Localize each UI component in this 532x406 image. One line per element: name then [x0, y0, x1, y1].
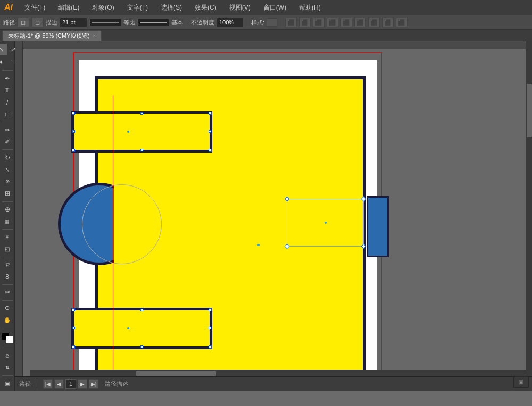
hand-icon: ✋: [4, 317, 11, 324]
style-swatch[interactable]: [267, 18, 277, 27]
align-top-btn[interactable]: ⬛: [313, 18, 325, 27]
dist-h-btn[interactable]: ⬛: [368, 18, 380, 27]
v-scroll-thumb[interactable]: [527, 84, 532, 137]
artboard-container: [68, 52, 387, 391]
blend-btn[interactable]: 8: [2, 272, 13, 283]
menu-view[interactable]: 视图(V): [226, 2, 254, 13]
v-scrollbar[interactable]: [526, 41, 532, 376]
menu-select[interactable]: 选择(S): [157, 2, 185, 13]
menu-window[interactable]: 窗口(W): [260, 2, 289, 13]
hand-btn[interactable]: ✋: [2, 315, 13, 326]
align-left-btn[interactable]: ⬛: [285, 18, 297, 27]
bot-bar-center-dot: [127, 327, 129, 329]
symbol-btn[interactable]: ⊕: [2, 204, 13, 215]
line-tool-btn[interactable]: /: [2, 97, 13, 108]
eyedropper-icon: 𝓟: [5, 261, 9, 268]
gradient-btn[interactable]: ◱: [2, 243, 13, 255]
tool-sep4: [2, 201, 13, 202]
pen-icon: ✒: [4, 74, 10, 82]
stroke-basic-preview: [137, 19, 169, 26]
bottom-horizontal-bar[interactable]: [71, 308, 212, 349]
scale-btn[interactable]: ⤡: [2, 164, 13, 175]
status-detail: 路径描述: [105, 380, 128, 388]
artboard-mini[interactable]: ▣: [513, 376, 529, 388]
next-page-btn[interactable]: ▶: [78, 379, 87, 389]
canvas-area[interactable]: 路径 |◀ ◀ 1 ▶ ▶| 路径描述 ▣: [15, 41, 532, 391]
warp-btn[interactable]: ⊛: [2, 176, 13, 188]
last-page-btn[interactable]: ▶|: [89, 379, 98, 389]
stroke-basic-label: 基本: [171, 19, 183, 27]
top-horizontal-bar[interactable]: [71, 111, 212, 153]
scissors-btn[interactable]: ✂: [2, 287, 13, 298]
menu-object[interactable]: 对象(O): [89, 2, 117, 13]
rotate-icon: ↻: [5, 154, 10, 162]
selection-tool-btn[interactable]: ↖: [0, 44, 7, 55]
stroke-icon-btn1[interactable]: ◻: [17, 18, 29, 27]
small-sel-center: [325, 222, 327, 224]
background-color[interactable]: [6, 336, 13, 343]
align-center-btn[interactable]: ⬛: [299, 18, 311, 27]
menu-edit[interactable]: 编辑(E): [55, 2, 82, 13]
stroke-label: 描边: [46, 19, 57, 27]
menu-help[interactable]: 帮助(H): [296, 2, 324, 13]
sel-handle-br: [209, 149, 212, 152]
h-scrollbar[interactable]: [30, 370, 532, 376]
dist-eq-btn[interactable]: ⬛: [396, 18, 408, 27]
zoom-btn[interactable]: ⊕: [2, 303, 13, 314]
artboard[interactable]: [79, 60, 377, 391]
paintbrush-icon: ✏: [5, 126, 10, 134]
tool-sep8: [2, 300, 13, 301]
status-info-label: 路径: [19, 380, 31, 388]
stroke-size-input[interactable]: [60, 18, 87, 27]
artboard-btn[interactable]: ▣: [2, 378, 13, 389]
text-tool-btn[interactable]: T: [2, 85, 13, 96]
text-t-icon: T: [5, 86, 10, 94]
dist-v-btn[interactable]: ⬛: [382, 18, 394, 27]
status-div1: [37, 379, 37, 390]
pen-tool-btn[interactable]: ✒: [2, 73, 13, 84]
gradient-icon: ◱: [5, 246, 10, 252]
small-selection-rect: [287, 199, 364, 247]
free-transform-btn[interactable]: ⊞: [2, 188, 13, 199]
magic-wand-btn[interactable]: ✦: [0, 56, 7, 68]
swap-colors-btn[interactable]: ⇅: [2, 362, 13, 374]
bot-sel-handle-tr: [209, 308, 212, 311]
align-bottom-btn[interactable]: ⬛: [354, 18, 366, 27]
paintbrush-btn[interactable]: ✏: [2, 124, 13, 136]
main-center-dot: [257, 244, 260, 246]
tab-close-btn[interactable]: ×: [93, 33, 96, 39]
align-middle-btn[interactable]: ⬛: [340, 18, 352, 27]
mesh-btn[interactable]: #: [2, 232, 13, 243]
eyedropper-btn[interactable]: 𝓟: [2, 259, 13, 270]
opacity-label: 不透明度: [191, 19, 214, 27]
v-ruler: [15, 41, 23, 391]
rotate-btn[interactable]: ↻: [2, 152, 13, 163]
bot-sel-handle-tm: [140, 309, 143, 311]
sel-handle-rm: [209, 130, 211, 133]
small-sel-bl: [285, 244, 290, 249]
opacity-input[interactable]: [217, 18, 243, 27]
artboard-mini-icon: ▣: [519, 379, 523, 385]
magic-wand-icon: ✦: [0, 58, 4, 66]
right-blue-rect[interactable]: [367, 196, 389, 257]
stroke-preview: [89, 19, 121, 26]
tool-sep5: [2, 229, 13, 230]
menu-type[interactable]: 文字(T): [124, 2, 151, 13]
zoom-icon: ⊕: [5, 304, 10, 311]
menu-file[interactable]: 文件(F): [21, 2, 48, 13]
document-tab[interactable]: 未标题-1* @ 59% (CMYK/预览) ×: [2, 30, 102, 41]
color-selector[interactable]: [2, 333, 13, 344]
fill-none-btn[interactable]: ⊘: [2, 350, 13, 361]
stroke-icon-btn2[interactable]: ◻: [31, 18, 44, 27]
h-scroll-thumb[interactable]: [136, 371, 216, 376]
shape-tool-btn[interactable]: □: [2, 109, 13, 120]
menu-effect[interactable]: 效果(C): [192, 2, 220, 13]
graph-btn[interactable]: ▦: [2, 216, 13, 227]
prev-page-btn[interactable]: ◀: [54, 379, 64, 389]
first-page-btn[interactable]: |◀: [43, 379, 53, 389]
left-toolbar: ↖ ↗ ✦ ⌒ ✒ T / □ ✏: [0, 41, 15, 391]
bot-sel-handle-tl: [72, 308, 75, 311]
main-yellow-rect[interactable]: [95, 76, 366, 391]
pencil-btn[interactable]: ✐: [2, 137, 13, 148]
align-right-btn[interactable]: ⬛: [327, 18, 338, 27]
